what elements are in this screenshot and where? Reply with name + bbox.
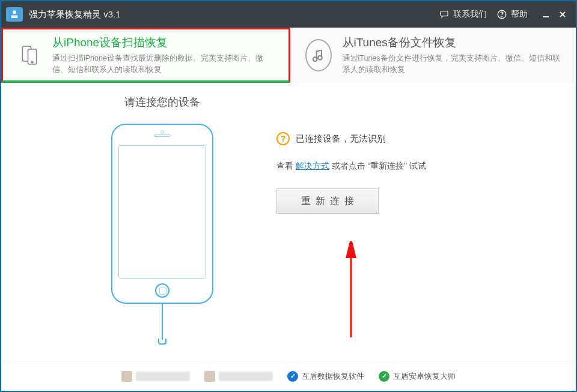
footer-link-2-label: 互盾安卓恢复大师 <box>393 371 456 382</box>
phone-scan-icon <box>17 39 41 71</box>
warning-icon: ? <box>276 132 290 145</box>
svg-rect-1 <box>11 16 18 19</box>
svg-point-11 <box>313 57 317 61</box>
status-row: ? 已连接设备，无法识别 <box>276 132 517 145</box>
tab-itunes-sub: 通过iTunes备份文件进行恢复，完美支持图片、微信、短信和联系人的读取和恢复 <box>343 53 562 76</box>
contact-us-button[interactable]: 联系我们 <box>439 9 487 20</box>
contact-us-label: 联系我们 <box>453 9 487 20</box>
titlebar: 强力苹果恢复精灵 v3.1 联系我们 帮助 <box>1 1 576 28</box>
hint-row: 查看 解决方式 或者点击 “重新连接” 试试 <box>276 161 517 172</box>
footer-item-blurred-2 <box>204 371 273 382</box>
music-note-icon <box>305 39 332 71</box>
connect-heading: 请连接您的设备 <box>60 95 264 109</box>
help-label: 帮助 <box>511 9 528 20</box>
footer: ✓ 互盾数据恢复软件 ✓ 互盾安卓恢复大师 <box>1 361 576 391</box>
phone-illustration <box>111 124 213 304</box>
tab-itunes-title: 从iTunes备份文件恢复 <box>343 35 562 50</box>
app-title: 强力苹果恢复精灵 v3.1 <box>29 9 121 20</box>
device-column: 请连接您的设备 <box>60 95 264 345</box>
help-icon <box>496 9 507 20</box>
solution-link[interactable]: 解决方式 <box>296 161 329 170</box>
tab-scan-iphone-sub: 通过扫描iPhone设备查找最近删除的数据。完美支持图片、微信、短信和联系人的读… <box>52 53 274 76</box>
main-content: 请连接您的设备 ? 已连接设备，无法识别 查看 解决方式 或者点击 “重新连接”… <box>1 83 576 361</box>
app-window: 强力苹果恢复精灵 v3.1 联系我们 帮助 <box>0 0 577 392</box>
footer-link-data-recovery[interactable]: ✓ 互盾数据恢复软件 <box>287 371 364 382</box>
cable-illustration <box>162 304 163 340</box>
tab-itunes-backup[interactable]: 从iTunes备份文件恢复 通过iTunes备份文件进行恢复，完美支持图片、微信… <box>291 28 576 83</box>
chat-icon <box>439 10 450 19</box>
thumb-icon <box>204 371 215 382</box>
globe-icon: ✓ <box>379 371 389 382</box>
footer-link-android-recovery[interactable]: ✓ 互盾安卓恢复大师 <box>379 371 456 382</box>
shield-icon: ✓ <box>287 371 298 382</box>
footer-link-1-label: 互盾数据恢复软件 <box>302 371 364 382</box>
app-logo-icon <box>6 7 23 22</box>
footer-item-blurred-1 <box>121 371 190 382</box>
hint-suffix: 或者点击 “重新连接” 试试 <box>329 161 426 170</box>
tab-scan-iphone-title: 从iPhone设备扫描恢复 <box>52 35 274 50</box>
status-text: 已连接设备，无法识别 <box>296 133 386 145</box>
minimize-icon <box>542 10 550 19</box>
svg-point-0 <box>13 10 16 14</box>
svg-point-4 <box>501 16 502 17</box>
tab-scan-iphone[interactable]: 从iPhone设备扫描恢复 通过扫描iPhone设备查找最近删除的数据。完美支持… <box>1 28 290 83</box>
help-button[interactable]: 帮助 <box>496 9 528 20</box>
svg-rect-2 <box>441 11 448 16</box>
close-button[interactable] <box>554 6 571 23</box>
close-icon <box>558 10 567 19</box>
hint-prefix: 查看 <box>276 161 296 170</box>
mode-tabs: 从iPhone设备扫描恢复 通过扫描iPhone设备查找最近删除的数据。完美支持… <box>1 28 576 83</box>
status-column: ? 已连接设备，无法识别 查看 解决方式 或者点击 “重新连接” 试试 重新连接 <box>264 95 517 214</box>
minimize-button[interactable] <box>537 6 554 23</box>
reconnect-button[interactable]: 重新连接 <box>276 188 379 214</box>
thumb-icon <box>121 371 132 382</box>
